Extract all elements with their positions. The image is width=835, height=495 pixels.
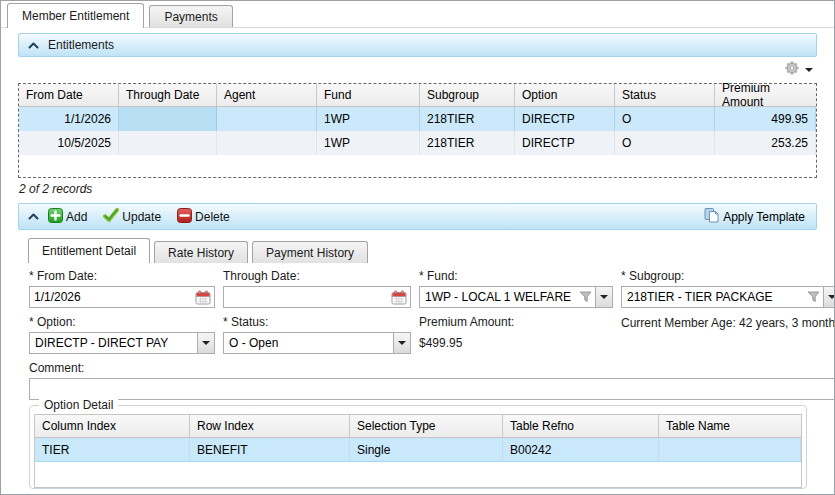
delete-label: Delete (195, 210, 230, 224)
entitlements-header-label: Entitlements (48, 38, 114, 52)
add-label: Add (66, 210, 87, 224)
tab-label: Payments (164, 10, 217, 24)
grid-settings-row (18, 57, 817, 83)
fund-label: * Fund: (419, 269, 613, 283)
delete-button[interactable]: Delete (177, 208, 230, 226)
dropdown-button[interactable] (197, 333, 214, 353)
entitlements-grid: From Date Through Date Agent Fund Subgro… (18, 83, 817, 178)
column-header-table-name[interactable]: Table Name (659, 415, 801, 437)
calendar-icon[interactable] (388, 287, 410, 307)
cell-status: O (615, 107, 715, 131)
option-label: * Option: (29, 315, 215, 329)
chevron-up-icon[interactable] (28, 213, 39, 220)
tab-entitlement-detail[interactable]: Entitlement Detail (28, 238, 150, 263)
chevron-down-icon (828, 295, 835, 299)
add-button[interactable]: Add (48, 208, 87, 226)
through-date-label: Through Date: (223, 269, 411, 283)
status-combobox[interactable]: O - Open (223, 332, 411, 354)
fund-combobox[interactable]: 1WP - LOCAL 1 WELFARE (419, 286, 613, 308)
column-header-status[interactable]: Status (615, 84, 715, 106)
filter-icon[interactable] (575, 287, 595, 307)
column-header-row-index[interactable]: Row Index (190, 415, 350, 437)
option-value: DIRECTP - DIRECT PAY (30, 336, 197, 350)
option-detail-table: Column Index Row Index Selection Type Ta… (34, 414, 802, 488)
option-combobox[interactable]: DIRECTP - DIRECT PAY (29, 332, 215, 354)
through-date-input[interactable] (224, 288, 388, 306)
status-value: O - Open (224, 336, 393, 350)
from-date-input[interactable] (30, 288, 192, 306)
cell-fund: 1WP (317, 107, 420, 131)
check-icon (103, 208, 119, 225)
detail-toolbar: Add Update (18, 203, 817, 230)
cell-table-refno: B00242 (503, 438, 659, 461)
column-header-fund[interactable]: Fund (317, 84, 420, 106)
column-header-column-index[interactable]: Column Index (35, 415, 190, 437)
fund-field: * Fund: 1WP - LOCAL 1 WELFARE (419, 269, 613, 308)
apply-template-label: Apply Template (723, 210, 805, 224)
option-detail-groupbox: Option Detail Column Index Row Index Sel… (29, 405, 807, 489)
entitlements-expander-header[interactable]: Entitlements (18, 33, 817, 57)
record-count: 2 of 2 records (19, 182, 817, 196)
tab-payment-history[interactable]: Payment History (252, 241, 368, 263)
chevron-up-icon (28, 42, 39, 49)
dropdown-button[interactable] (823, 287, 835, 307)
cell-through-date (119, 107, 217, 131)
subgroup-value: 218TIER - TIER PACKAGE (622, 290, 803, 304)
chevron-down-icon (202, 341, 210, 345)
grid-empty-area (19, 155, 816, 177)
table-empty-area (35, 462, 801, 487)
cell-agent (217, 107, 317, 131)
column-header-subgroup[interactable]: Subgroup (420, 84, 515, 106)
premium-amount-field: Premium Amount: $499.95 (419, 315, 613, 354)
option-detail-legend: Option Detail (39, 398, 118, 412)
premium-amount-value: $499.95 (419, 336, 613, 350)
entitlements-grid-header: From Date Through Date Agent Fund Subgro… (19, 84, 816, 107)
tab-rate-history[interactable]: Rate History (154, 241, 248, 263)
cell-status: O (615, 131, 715, 155)
tab-label: Member Entitlement (22, 9, 129, 23)
status-field: * Status: O - Open (223, 315, 411, 354)
column-header-table-refno[interactable]: Table Refno (503, 415, 659, 437)
filter-icon[interactable] (803, 287, 823, 307)
column-header-agent[interactable]: Agent (217, 84, 317, 106)
fund-value: 1WP - LOCAL 1 WELFARE (420, 290, 575, 304)
cell-subgroup: 218TIER (420, 131, 515, 155)
from-date-label: * From Date: (29, 269, 215, 283)
tab-member-entitlement[interactable]: Member Entitlement (7, 3, 144, 28)
entitlement-row-selected[interactable]: 1/1/2026 1WP 218TIER DIRECTP O 499.95 (19, 107, 816, 131)
tab-label: Rate History (168, 246, 234, 260)
chevron-down-icon (600, 295, 608, 299)
cell-through-date (119, 131, 217, 155)
delete-icon (177, 208, 192, 226)
cell-column-index: TIER (35, 438, 190, 461)
add-icon (48, 208, 63, 226)
cell-from-date: 10/5/2025 (19, 131, 119, 155)
apply-template-button[interactable]: Apply Template (703, 207, 805, 227)
column-header-through-date[interactable]: Through Date (119, 84, 217, 106)
column-header-selection-type[interactable]: Selection Type (350, 415, 503, 437)
column-header-from-date[interactable]: From Date (19, 84, 119, 106)
option-detail-header: Column Index Row Index Selection Type Ta… (35, 415, 801, 438)
calendar-icon[interactable] (192, 287, 214, 307)
column-header-premium-amount[interactable]: Premium Amount (715, 84, 816, 106)
dropdown-button[interactable] (595, 287, 612, 307)
cell-premium-amount: 499.95 (715, 107, 816, 131)
chevron-down-icon (398, 341, 406, 345)
entitlement-row[interactable]: 10/5/2025 1WP 218TIER DIRECTP O 253.25 (19, 131, 816, 155)
tab-label: Payment History (266, 246, 354, 260)
comment-label: Comment: (29, 361, 835, 375)
cell-selection-type: Single (350, 438, 503, 461)
main-tab-strip: Member Entitlement Payments (1, 1, 834, 28)
cell-agent (217, 131, 317, 155)
tab-payments[interactable]: Payments (149, 5, 232, 27)
cell-option: DIRECTP (515, 107, 615, 131)
update-button[interactable]: Update (103, 208, 161, 225)
option-detail-row-selected[interactable]: TIER BENEFIT Single B00242 (35, 438, 801, 462)
update-label: Update (122, 210, 161, 224)
member-entitlement-window: Member Entitlement Payments Entitlements (0, 0, 835, 495)
column-header-option[interactable]: Option (515, 84, 615, 106)
comment-input[interactable] (30, 380, 835, 398)
subgroup-combobox[interactable]: 218TIER - TIER PACKAGE (621, 286, 835, 308)
grid-settings-button[interactable] (781, 58, 816, 82)
dropdown-button[interactable] (393, 333, 410, 353)
